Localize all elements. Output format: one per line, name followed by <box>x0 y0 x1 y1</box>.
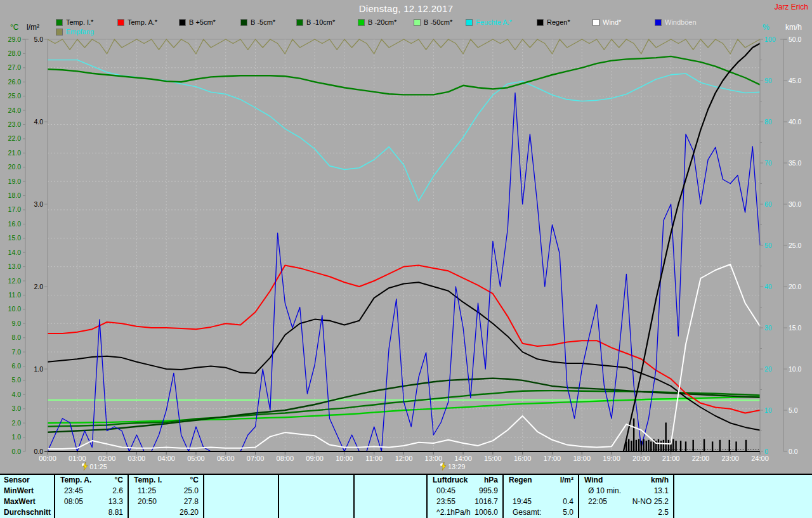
x-axis-label: 08:00 <box>277 455 294 462</box>
table-cell-time <box>204 507 213 518</box>
table-cell-value: 8.81 <box>108 507 128 518</box>
windspeed-axis-tick: 10.0 <box>789 365 802 373</box>
table-cell-value: 995.9 <box>479 486 502 496</box>
event-marker-time: 13:29 <box>448 463 466 470</box>
table-group-temp-i: Temp. I.°C11:2525.020:5027.826.20 <box>129 475 204 518</box>
windspeed-axis-tick: 20.0 <box>789 283 802 290</box>
table-cell-row: 26.20 <box>129 507 203 518</box>
table-cell-value <box>422 496 426 507</box>
table-group-unit <box>349 475 353 486</box>
windspeed-axis-tick: 0.0 <box>789 448 798 455</box>
table-group-header: LuftdruckhPa <box>428 475 502 486</box>
table-group-wind: Windkm/hØ 10 min.13.122:05N-NO 25.22.5 <box>579 475 674 518</box>
table-group-header <box>355 475 426 486</box>
table-cell-time <box>279 507 288 518</box>
table-cell-row <box>355 496 426 507</box>
windspeed-axis-tick: 45.0 <box>789 77 802 84</box>
table-cell-row: 23:551016.7 <box>428 496 502 507</box>
temp-axis-tick: 28.0 <box>8 49 22 57</box>
table-cell-value: 25.0 <box>184 486 203 496</box>
table-row-labels: SensorMinWertMaxWertDurchschnitt <box>0 475 55 518</box>
x-axis-label: 18:00 <box>573 455 591 462</box>
table-cell-row: 19:450.4 <box>504 496 578 507</box>
table-cell-time <box>579 507 588 518</box>
table-group-name: Luftdruck <box>428 475 468 486</box>
table-group-empty-3 <box>279 475 355 518</box>
table-cell-value: 5.0 <box>563 507 578 518</box>
windspeed-axis-tick: 25.0 <box>789 242 802 249</box>
temp-axis-tick: 10.0 <box>8 305 22 313</box>
table-group-unit: l/m² <box>560 475 578 486</box>
windspeed-axis-tick: 40.0 <box>789 118 802 126</box>
windspeed-axis-tick: 15.0 <box>789 324 802 332</box>
temp-axis-tick: 13.0 <box>8 262 22 270</box>
x-axis-label: 14:00 <box>454 455 472 462</box>
table-group-unit: hPa <box>484 475 502 486</box>
table-cell-time <box>55 507 64 518</box>
table-cell-time: Ø 10 min. <box>579 486 621 496</box>
x-axis-label: 17:00 <box>544 455 561 462</box>
table-cell-value: 0.4 <box>563 496 578 507</box>
temp-axis-tick: 9.0 <box>11 320 21 327</box>
table-cell-time <box>204 496 213 507</box>
table-row-label: Sensor <box>0 475 54 486</box>
weather-logger-app: Dienstag, 12.12.2017 Jarz Erich °C l/m² … <box>0 0 812 518</box>
temp-axis-tick: 11.0 <box>8 291 21 299</box>
temp-axis-tick: 1.0 <box>11 433 21 441</box>
humidity-axis-tick: 60 <box>764 200 772 208</box>
x-axis-label: 15:00 <box>484 455 502 462</box>
table-cell-time: ^2.1hPa/h <box>428 507 471 518</box>
table-group-name: Temp. I. <box>129 475 162 486</box>
table-group-name: Wind <box>579 475 603 486</box>
series-windb-en-line <box>48 93 760 452</box>
table-cell-value: 2.5 <box>658 507 673 518</box>
temp-axis-tick: 17.0 <box>8 205 22 213</box>
table-cell-time <box>129 507 138 518</box>
x-axis-label: 12:00 <box>395 455 413 462</box>
temp-axis-tick: 7.0 <box>11 348 21 356</box>
temp-axis-tick: 8.0 <box>11 333 21 341</box>
table-cell-row: 00:45995.9 <box>428 486 502 496</box>
table-cell-time: 23:45 <box>55 486 83 496</box>
x-axis-label: 09:00 <box>306 455 324 462</box>
table-cell-row <box>279 496 353 507</box>
temp-axis-tick: 19.0 <box>8 178 22 185</box>
table-group-regen: Regenl/m²19:450.4Gesamt:5.0 <box>504 475 579 518</box>
x-axis-label: 06:00 <box>217 455 235 462</box>
temp-axis-tick: 6.0 <box>11 362 21 370</box>
rain-bars <box>624 44 760 452</box>
temp-axis-tick: 16.0 <box>8 220 22 228</box>
x-axis-label: 07:00 <box>247 455 265 462</box>
table-cell-row: Gesamt:5.0 <box>504 507 578 518</box>
x-axis-label: 02:00 <box>98 455 116 462</box>
rain-axis-tick: 2.0 <box>34 283 43 290</box>
humidity-axis-tick: 0 <box>764 448 768 455</box>
table-cell-value: 1016.7 <box>475 496 502 507</box>
table-cell-value <box>422 486 426 496</box>
x-axis-label: 05:00 <box>187 455 205 462</box>
table-group-luftdruck: LuftdruckhPa00:45995.923:551016.7^2.1hPa… <box>428 475 504 518</box>
humidity-axis-tick: 10 <box>764 406 772 414</box>
table-cell-value: 13.1 <box>654 486 673 496</box>
table-cell-time <box>504 486 513 496</box>
table-cell-value: N-NO 25.2 <box>632 496 673 507</box>
x-axis-label: 00:00 <box>39 455 56 462</box>
table-cell-row: 20:5027.8 <box>129 496 203 507</box>
lightning-icon <box>440 462 447 470</box>
temp-axis-tick: 26.0 <box>8 78 22 86</box>
temp-axis-tick: 23.0 <box>8 120 22 128</box>
humidity-axis-tick: 90 <box>764 77 772 84</box>
table-group-name: Regen <box>504 475 532 486</box>
table-cell-row <box>204 507 278 518</box>
temp-axis-tick: 15.0 <box>8 234 22 242</box>
x-axis-label: 13:00 <box>425 455 443 462</box>
rain-axis-tick: 3.0 <box>34 200 43 208</box>
table-group-unit: km/h <box>651 475 673 486</box>
temp-axis-tick: 14.0 <box>8 249 22 256</box>
humidity-axis-tick: 50 <box>764 242 772 249</box>
table-cell-time: 19:45 <box>504 496 532 507</box>
table-cell-row: Ø 10 min.13.1 <box>579 486 673 496</box>
temp-axis-tick: 21.0 <box>8 149 22 157</box>
x-axis-label: 22:00 <box>692 455 710 462</box>
table-cell-value: 1006.0 <box>475 507 502 518</box>
